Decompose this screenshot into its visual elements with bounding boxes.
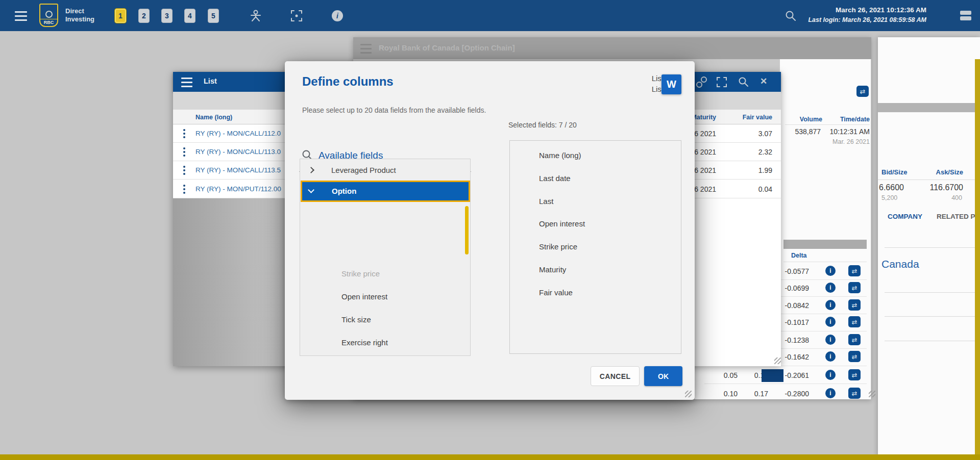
row-transfer-icon[interactable]: ⇄	[848, 388, 861, 399]
tree-item-exercise-right[interactable]: Exercise right	[341, 338, 388, 347]
linked-window-labels: ListList	[641, 73, 664, 94]
instrument-link[interactable]: RY (RY) - MON/CALL/112.0	[195, 130, 281, 137]
row-transfer-icon[interactable]: ⇄	[848, 334, 861, 345]
chevron-down-icon	[308, 187, 314, 193]
link-bubbles-icon[interactable]	[695, 76, 708, 88]
tree-item-open-interest[interactable]: Open interest	[341, 292, 387, 301]
fair-value-cell: 3.07	[737, 130, 772, 138]
connections-person-icon[interactable]	[250, 9, 262, 22]
row-transfer-icon[interactable]: ⇄	[848, 265, 861, 276]
row-info-icon[interactable]: i	[825, 335, 836, 345]
list-window-title: List	[204, 77, 217, 85]
bid-price: 6.6600	[879, 183, 904, 192]
fair-value-cell: 1.99	[737, 166, 772, 174]
fair-value-header[interactable]: Fair value	[731, 114, 772, 121]
row-kebab-icon[interactable]	[183, 185, 185, 195]
tree-scrollbar[interactable]	[465, 206, 469, 254]
selected-field[interactable]: Open interest	[539, 219, 585, 228]
ask-size: 400	[932, 194, 962, 201]
info-icon[interactable]: i	[332, 10, 343, 21]
workspace-button-5[interactable]: 5	[208, 9, 219, 23]
selected-field[interactable]: Strike price	[539, 242, 577, 251]
workspace-button-1[interactable]: 1	[115, 9, 126, 23]
workspace-w-badge[interactable]: W	[662, 74, 681, 94]
option-chain-titlebar[interactable]: Royal Bank of Canada [Option Chain]	[353, 37, 871, 59]
bid-value: 0.10	[707, 390, 738, 398]
instrument-link[interactable]: RY (RY) - MON/CALL/113.5	[195, 166, 281, 174]
available-fields-tree: Leveraged Product Option Strike price Op…	[300, 159, 471, 356]
top-app-bar: RBC DirectInvesting 1 2 3 4 5 i March 26…	[0, 0, 980, 31]
main-menu-icon[interactable]	[15, 11, 27, 23]
bottom-accent-bar	[0, 454, 980, 460]
row-info-icon[interactable]: i	[825, 370, 836, 380]
bid-size: 5,200	[881, 194, 897, 201]
tree-item-tick-size[interactable]: Tick size	[341, 315, 371, 324]
row-info-icon[interactable]: i	[825, 300, 836, 310]
row-transfer-icon[interactable]: ⇄	[848, 282, 861, 293]
option-row[interactable]: 0.10 0.17 -0.2800 i ⇄	[704, 384, 867, 399]
cancel-button[interactable]: CANCEL	[591, 366, 640, 386]
workspace-button-4[interactable]: 4	[184, 9, 195, 23]
clock-datetime: March 26, 2021 10:12:36 AM	[773, 6, 926, 14]
ask-value: 0.17	[740, 390, 768, 398]
transfer-icon[interactable]: ⇄	[856, 86, 869, 97]
expand-icon[interactable]	[716, 76, 727, 88]
row-transfer-icon[interactable]: ⇄	[848, 369, 861, 380]
fair-value-cell: 0.04	[737, 185, 772, 193]
company-name[interactable]: Canada	[881, 258, 919, 270]
last-login: Last login: March 26, 2021 08:59:58 AM	[763, 16, 926, 23]
dialog-title: Define columns	[302, 74, 394, 89]
instrument-link[interactable]: RY (RY) - MON/CALL/113.0	[195, 148, 281, 156]
option-row[interactable]: 0.05 0.14 -0.2061 i ⇄	[704, 366, 867, 384]
tree-item-strike-price: Strike price	[341, 269, 380, 278]
workspace-button-2[interactable]: 2	[138, 9, 150, 23]
row-transfer-icon[interactable]: ⇄	[848, 299, 861, 311]
row-transfer-icon[interactable]: ⇄	[848, 316, 861, 327]
tab-related-prices[interactable]: RELATED PR	[937, 213, 980, 220]
row-info-icon[interactable]: i	[825, 283, 836, 293]
highlight-cell	[762, 369, 783, 382]
brand-name: DirectInvesting	[65, 7, 94, 23]
tab-company[interactable]: COMPANY	[888, 213, 922, 220]
row-kebab-icon[interactable]	[183, 166, 185, 176]
volume-header: Volume	[781, 116, 822, 123]
row-transfer-icon[interactable]: ⇄	[848, 351, 861, 362]
option-chain-menu-icon[interactable]	[360, 44, 372, 56]
ask-size-header: Ask/Size	[922, 168, 963, 176]
layout-cards-icon[interactable]	[960, 11, 971, 22]
selected-field[interactable]: Fair value	[539, 288, 573, 297]
focus-scan-icon[interactable]	[290, 10, 303, 22]
window-search-icon[interactable]	[738, 76, 749, 88]
row-info-icon[interactable]: i	[825, 317, 836, 327]
workspace-button-3[interactable]: 3	[161, 9, 173, 23]
option-chain-title: Royal Bank of Canada [Option Chain]	[379, 43, 515, 52]
row-info-icon[interactable]: i	[825, 351, 836, 362]
ask-price: 116.6700	[912, 183, 963, 192]
tree-group-option[interactable]: Option	[301, 181, 470, 202]
row-info-icon[interactable]: i	[825, 266, 836, 276]
selected-field[interactable]: Last	[539, 197, 553, 206]
table-section-band	[783, 240, 867, 249]
volume-value: 538,877	[780, 127, 821, 136]
list-window-menu-icon[interactable]	[181, 78, 192, 90]
selected-field[interactable]: Name (long)	[539, 151, 581, 160]
instrument-link[interactable]: RY (RY) - MON/PUT/112.00	[195, 185, 281, 193]
close-icon[interactable]: ✕	[760, 76, 767, 87]
ok-button[interactable]: OK	[644, 366, 682, 386]
time-value: 10:12:31 AM	[819, 127, 870, 136]
selected-field[interactable]: Maturity	[539, 265, 566, 274]
list-window-resize-handle[interactable]	[774, 357, 781, 364]
rbc-logo[interactable]: RBC	[39, 4, 58, 27]
option-chain-resize-handle[interactable]	[869, 391, 875, 397]
row-kebab-icon[interactable]	[183, 129, 185, 140]
row-info-icon[interactable]: i	[825, 388, 836, 398]
row-kebab-icon[interactable]	[183, 147, 185, 158]
right-gold-strip	[975, 59, 980, 454]
tree-group-leveraged-product[interactable]: Leveraged Product	[300, 161, 470, 181]
delta-header: Delta	[791, 252, 807, 259]
name-long-header[interactable]: Name (long)	[195, 114, 232, 121]
chevron-right-icon	[308, 167, 314, 173]
dialog-resize-handle[interactable]	[685, 391, 692, 397]
bid-value: 0.05	[707, 371, 738, 379]
selected-field[interactable]: Last date	[539, 174, 571, 183]
